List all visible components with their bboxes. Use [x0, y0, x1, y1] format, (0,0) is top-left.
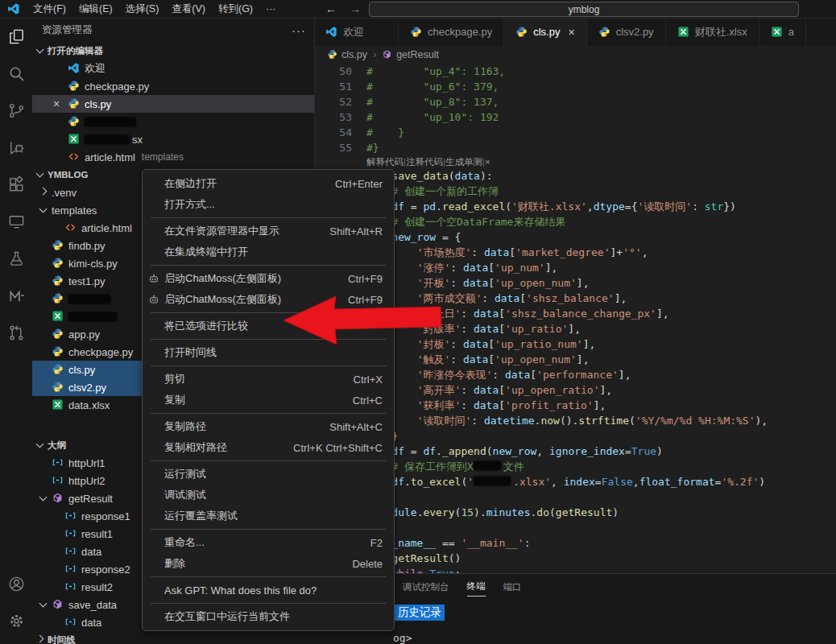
menu-item-label: 在侧边打开	[164, 176, 321, 191]
breadcrumb-item[interactable]: getResult	[382, 49, 439, 60]
menu-item-2[interactable]: 在文件资源管理器中显示Shift+Alt+R	[143, 221, 394, 242]
code-line: 52# "up_8": 137,	[314, 94, 836, 109]
menu-item-14[interactable]: 运行覆盖率测试	[143, 506, 394, 526]
open-editor-item[interactable]: checkpage.py	[32, 77, 314, 95]
item-label: kimi-cls.py	[68, 258, 118, 270]
menu-item-6[interactable]: 将已选项进行比较	[143, 316, 394, 336]
menu-item-10[interactable]: 复制路径Shift+Alt+C	[143, 416, 394, 437]
section-outline-label: 大纲	[48, 440, 66, 452]
redacted-text	[474, 461, 501, 470]
codelens-action[interactable]: 生成单测	[445, 157, 482, 167]
open-editor-item[interactable]: 欢迎	[32, 60, 314, 77]
line-number: 50	[314, 64, 352, 79]
menu-item-12[interactable]: 运行测试	[143, 464, 394, 485]
account-icon[interactable]	[0, 565, 32, 602]
codelens-close-icon[interactable]: ×	[485, 157, 490, 167]
menu-item-shortcut: F2	[370, 537, 383, 549]
explorer-icon[interactable]	[0, 18, 32, 55]
twistie	[39, 191, 52, 194]
menu-item-4[interactable]: 启动ChatMoss(左侧面板)Ctrl+F9	[143, 268, 394, 289]
menu-separator	[151, 217, 386, 218]
menu-item-3[interactable]: 查看(V)	[165, 0, 212, 18]
menu-item-9[interactable]: 复制Ctrl+C	[143, 390, 394, 411]
tab-cls.py[interactable]: cls.py×	[504, 18, 586, 46]
panel-tab-调试控制台[interactable]: 调试控制台	[403, 576, 449, 597]
menu-item-16[interactable]: 删除Delete	[143, 553, 394, 574]
python-file-icon	[52, 239, 64, 252]
chevron-down-icon	[36, 440, 44, 448]
menu-item-label: 复制相对路径	[164, 440, 279, 455]
source-control-icon[interactable]	[0, 92, 32, 129]
breadcrumb-item[interactable]: cls.py	[327, 49, 367, 60]
more-actions-icon[interactable]: ···	[292, 23, 306, 37]
code-text: #}	[352, 140, 379, 155]
section-open-editors[interactable]: 打开的编辑器	[32, 42, 314, 60]
robot-icon	[148, 273, 160, 285]
chatmoss-extension-icon[interactable]	[0, 277, 32, 314]
item-label: templates	[52, 204, 97, 217]
panel-tab-端口[interactable]: 端口	[503, 576, 522, 597]
search-icon[interactable]	[0, 55, 32, 92]
tab-a[interactable]: a	[759, 18, 806, 46]
menu-item-8[interactable]: 剪切Ctrl+X	[143, 369, 394, 390]
nav-forward-icon[interactable]: →	[345, 0, 366, 18]
open-editor-item[interactable]: ×cls.py	[32, 95, 314, 113]
chevron-down-icon	[36, 170, 44, 178]
menu-item-15[interactable]: 重命名...F2	[143, 532, 394, 553]
menu-item-5[interactable]: ···	[259, 0, 283, 18]
item-label: response1	[81, 510, 130, 522]
menu-bar: 文件(F)编辑(E)选择(S)查看(V)转到(G)···	[27, 0, 283, 18]
menu-item-3[interactable]: 在集成终端中打开	[143, 242, 394, 262]
item-label: data	[81, 617, 101, 629]
menu-item-17[interactable]: Ask GPT: What does this file do?	[143, 580, 394, 601]
tab-checkpage.py[interactable]: checkpage.py	[399, 18, 504, 46]
menu-item-0[interactable]: 在侧边打开Ctrl+Enter	[143, 173, 394, 194]
variable-symbol-icon	[64, 580, 77, 593]
open-editor-item[interactable]	[32, 113, 314, 130]
menu-item-0[interactable]: 文件(F)	[27, 0, 72, 18]
redacted-text	[474, 477, 511, 485]
tab-财联社.xlsx[interactable]: 财联社.xlsx	[666, 18, 759, 46]
menu-item-18[interactable]: 在交互窗口中运行当前文件	[143, 606, 394, 627]
open-editor-item[interactable]: sx	[32, 130, 314, 148]
activity-bar-top	[0, 18, 32, 351]
menu-item-2[interactable]: 选择(S)	[119, 0, 166, 18]
menu-item-label: 运行覆盖率测试	[164, 509, 383, 523]
close-icon[interactable]: ×	[568, 26, 574, 39]
menu-item-label: 剪切	[164, 372, 339, 386]
item-label: .venv	[52, 187, 77, 199]
open-editor-item[interactable]: article.htmltemplates	[32, 148, 314, 166]
codelens-action[interactable]: 注释代码	[406, 157, 443, 167]
twistie	[39, 603, 52, 606]
remote-explorer-icon[interactable]	[0, 203, 32, 240]
settings-gear-icon[interactable]	[0, 602, 32, 639]
editor-tab-bar: 欢迎checkpage.pycls.py×clsv2.py财联社.xlsxa	[314, 18, 836, 47]
menu-item-7[interactable]: 打开时间线	[143, 342, 394, 363]
menu-item-label: 重命名...	[164, 535, 356, 550]
codelens-action[interactable]: 解释代码	[366, 157, 404, 167]
command-center[interactable]: ymblog	[369, 2, 799, 17]
code-line: 55#}	[314, 140, 836, 155]
menu-item-11[interactable]: 复制相对路径Ctrl+K Ctrl+Shift+C	[143, 437, 394, 458]
menu-item-shortcut: Ctrl+C	[353, 394, 383, 407]
tab-clsv2.py[interactable]: clsv2.py	[587, 18, 666, 46]
menu-item-1[interactable]: 打开方式...	[143, 194, 394, 215]
panel-tab-终端[interactable]: 终端	[467, 576, 486, 597]
menu-item-5[interactable]: 启动ChatMoss(左侧面板)Ctrl+F9	[143, 289, 394, 310]
testing-icon[interactable]	[0, 240, 32, 277]
extensions-icon[interactable]	[0, 166, 32, 203]
pull-request-icon[interactable]	[0, 314, 32, 351]
run-debug-icon[interactable]	[0, 129, 32, 166]
vscode-file-icon	[325, 26, 338, 39]
menu-item-1[interactable]: 编辑(E)	[72, 0, 119, 18]
nav-back-icon[interactable]: ←	[321, 0, 341, 18]
section-timeline[interactable]: 时间线	[32, 631, 314, 644]
menu-item-13[interactable]: 调试测试	[143, 485, 394, 506]
tab-欢迎[interactable]: 欢迎	[314, 18, 399, 46]
menu-item-4[interactable]: 转到(G)	[212, 0, 259, 18]
open-editors-list: 欢迎checkpage.py×cls.pysxarticle.htmltempl…	[32, 60, 314, 166]
python-file-icon	[52, 381, 64, 394]
python-file-icon	[52, 328, 64, 341]
close-icon[interactable]: ×	[50, 95, 63, 113]
python-file-icon	[598, 26, 611, 39]
